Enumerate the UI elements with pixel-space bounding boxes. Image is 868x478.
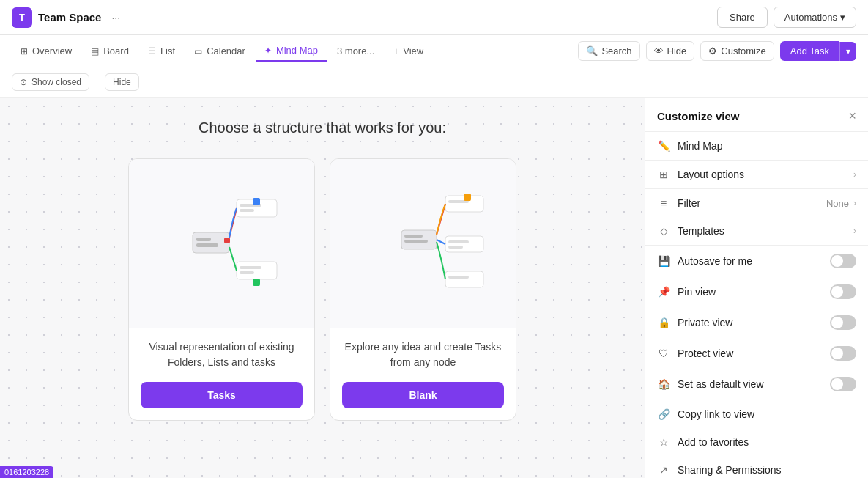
bottom-badge: 0161203228 (0, 466, 53, 478)
panel-private-item[interactable]: 🔒 Private view (645, 307, 868, 338)
svg-rect-11 (253, 279, 260, 286)
svg-rect-7 (253, 198, 260, 205)
protect-toggle[interactable] (830, 346, 856, 361)
tab-mindmap[interactable]: ✦ Mind Map (256, 40, 327, 62)
panel-protect-item[interactable]: 🛡 Protect view (645, 338, 868, 369)
panel-layout-item[interactable]: ⊞ Layout options › (645, 161, 868, 188)
panel-filter-item[interactable]: ≡ Filter None › (645, 189, 868, 217)
main-content: Choose a structure that works for you: (0, 98, 868, 478)
svg-rect-10 (240, 271, 254, 274)
ellipsis-button[interactable]: ··· (107, 10, 125, 25)
panel-autosave-left: 💾 Autosave for me (657, 255, 752, 267)
panel-header: Customize view × (645, 98, 868, 132)
panel-templates-item[interactable]: ◇ Templates › (645, 217, 868, 245)
svg-rect-22 (448, 240, 469, 243)
automations-button[interactable]: Automations ▾ (774, 7, 856, 28)
layout-chevron-icon: › (853, 169, 856, 180)
panel-private-label: Private view (678, 317, 732, 328)
cards-row: Visual representation of existing Folder… (128, 158, 516, 421)
blank-card-visual (330, 159, 516, 328)
panel-autosave-label: Autosave for me (678, 255, 752, 267)
panel-filter-section: ≡ Filter None › ◇ Templates › (645, 189, 868, 246)
private-slider (830, 315, 856, 330)
tab-view[interactable]: + View (385, 41, 432, 61)
tab-more[interactable]: 3 more... (328, 41, 383, 61)
svg-rect-2 (196, 243, 218, 247)
panel-default-item[interactable]: 🏠 Set as default view (645, 369, 868, 400)
automations-label: Automations (784, 12, 837, 23)
panel-close-button[interactable]: × (848, 109, 856, 122)
show-closed-button[interactable]: ⊙ Show closed (12, 73, 89, 91)
hide-button[interactable]: 👁 Hide (646, 41, 695, 61)
shield-icon: 🛡 (657, 348, 670, 359)
svg-rect-19 (464, 194, 471, 201)
tab-mindmap-label: Mind Map (276, 45, 318, 56)
svg-rect-24 (445, 271, 483, 287)
tasks-card-visual (129, 159, 314, 328)
automations-chevron-icon: ▾ (840, 12, 845, 23)
show-closed-label: Show closed (31, 77, 81, 87)
canvas-title: Choose a structure that works for you: (199, 120, 446, 136)
customize-panel: Customize view × ✏️ Mind Map ⊞ Layout op… (645, 98, 868, 478)
panel-layout-section: ⊞ Layout options › (645, 161, 868, 189)
add-task-button[interactable]: Add Task (780, 41, 839, 61)
show-closed-icon: ⊙ (20, 77, 27, 87)
panel-filter-left: ≡ Filter (657, 197, 700, 209)
board-icon: ▤ (91, 46, 99, 56)
search-icon: 🔍 (586, 45, 598, 56)
private-toggle[interactable] (830, 315, 856, 330)
search-button[interactable]: 🔍 Search (578, 41, 639, 61)
svg-rect-25 (448, 276, 469, 279)
panel-filter-right: None › (826, 198, 856, 209)
panel-templates-label: Templates (678, 225, 724, 237)
customize-icon: ⚙ (708, 45, 717, 56)
svg-line-12 (229, 247, 237, 271)
panel-protect-left: 🛡 Protect view (657, 348, 733, 359)
top-bar-left: T Team Space ··· (12, 7, 125, 28)
tasks-card: Visual representation of existing Folder… (128, 158, 315, 421)
tab-calendar-label: Calendar (207, 45, 245, 56)
panel-mindmap-label: Mind Map (678, 140, 722, 152)
customize-button[interactable]: ⚙ Customize (700, 41, 774, 61)
pin-toggle[interactable] (830, 284, 856, 299)
panel-toggles-section: 💾 Autosave for me 📌 Pin view (645, 246, 868, 400)
share-button[interactable]: Share (717, 7, 768, 28)
tab-board-label: Board (103, 45, 129, 56)
panel-copylink-item[interactable]: 🔗 Copy link to view (645, 400, 868, 428)
nav-actions: 🔍 Search 👁 Hide ⚙ Customize Add Task ▾ (578, 41, 856, 61)
tab-list[interactable]: ☰ List (139, 41, 184, 61)
default-toggle[interactable] (830, 377, 856, 391)
workspace-icon: T (12, 7, 32, 28)
tab-calendar[interactable]: ▭ Calendar (185, 41, 254, 61)
panel-pin-item[interactable]: 📌 Pin view (645, 276, 868, 307)
panel-mindmap-item: ✏️ Mind Map (645, 132, 868, 160)
panel-sharing-left: ↗ Sharing & Permissions (657, 464, 782, 476)
panel-links-section: 🔗 Copy link to view ☆ Add to favorites ↗… (645, 400, 868, 478)
hide-sub-button[interactable]: Hide (105, 73, 139, 91)
blank-card-button[interactable]: Blank (342, 382, 504, 408)
panel-copylink-left: 🔗 Copy link to view (657, 408, 754, 420)
autosave-toggle[interactable] (830, 254, 856, 268)
panel-sharing-item[interactable]: ↗ Sharing & Permissions (645, 456, 868, 478)
sub-divider (97, 75, 97, 89)
svg-rect-13 (224, 238, 230, 243)
hide-icon: 👁 (654, 45, 664, 56)
templates-chevron-icon: › (853, 226, 856, 236)
search-label: Search (601, 45, 631, 56)
tab-board[interactable]: ▤ Board (82, 41, 138, 61)
customize-label: Customize (721, 45, 765, 56)
panel-autosave-item[interactable]: 💾 Autosave for me (645, 246, 868, 276)
svg-rect-9 (240, 266, 261, 269)
svg-line-26 (437, 240, 445, 244)
panel-favorites-item[interactable]: ☆ Add to favorites (645, 428, 868, 456)
panel-sharing-label: Sharing & Permissions (678, 464, 782, 476)
tasks-card-desc: Visual representation of existing Folder… (129, 328, 314, 382)
tasks-card-button[interactable]: Tasks (141, 382, 303, 408)
nav-tabs: ⊞ Overview ▤ Board ☰ List ▭ Calendar ✦ M… (12, 40, 432, 62)
panel-default-left: 🏠 Set as default view (657, 378, 764, 390)
add-task-chevron-button[interactable]: ▾ (839, 42, 856, 61)
panel-layout-label: Layout options (678, 169, 744, 180)
blank-card: Explore any idea and create Tasks from a… (330, 158, 516, 421)
tab-overview[interactable]: ⊞ Overview (12, 41, 81, 61)
panel-pin-left: 📌 Pin view (657, 286, 716, 298)
